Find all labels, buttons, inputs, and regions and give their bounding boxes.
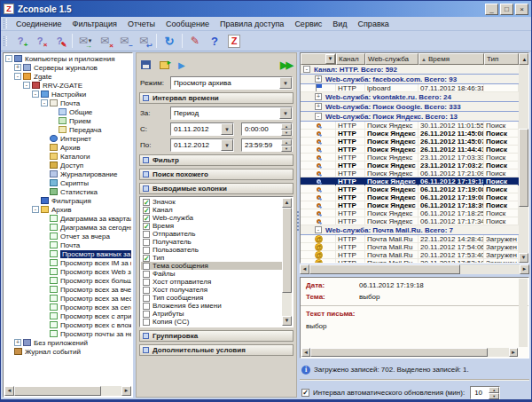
- scrollbar-thumb[interactable]: [14, 386, 101, 396]
- column-option[interactable]: Тема сообщения: [141, 262, 282, 270]
- message-print-button[interactable]: ✉−: [114, 33, 134, 50]
- scrollbar-thumb[interactable]: [519, 129, 528, 207]
- table-group-row[interactable]: -Канал: HTTP. Всего: 592: [301, 65, 519, 75]
- collapse-icon[interactable]: -: [315, 113, 322, 120]
- help-button[interactable]: ?: [205, 33, 224, 50]
- fast-forward-icon[interactable]: ▶▶: [280, 59, 292, 71]
- tree-item[interactable]: Фильтрация: [4, 196, 131, 205]
- tree-item[interactable]: Общие: [4, 107, 131, 116]
- expand-icon[interactable]: +: [14, 64, 21, 71]
- tree-item[interactable]: Диаграмма за сегодня: [4, 223, 131, 232]
- collapse-icon[interactable]: -: [32, 91, 39, 98]
- table-group-row[interactable]: +Web-служба: vkontakte.ru. Всего: 24: [301, 92, 519, 102]
- tree-item[interactable]: Просмотр всех за вчера: [4, 285, 131, 294]
- tree-item[interactable]: Каталоги: [4, 152, 131, 161]
- menu-view[interactable]: Вид: [327, 19, 352, 29]
- expand-icon[interactable]: +: [315, 75, 322, 83]
- collapse-icon[interactable]: -: [5, 55, 12, 62]
- collapse-icon[interactable]: -: [41, 99, 48, 106]
- checkbox-icon[interactable]: ✓: [143, 223, 150, 230]
- tree-item[interactable]: Просмотр всех больше 10 Мб: [4, 276, 131, 285]
- chevron-down-icon[interactable]: ▼: [221, 123, 233, 135]
- scrollbar-thumb[interactable]: [282, 208, 292, 293]
- table-row[interactable]: HTTPipboard07.11.2012 18:46:31: [301, 84, 519, 92]
- table-group-row[interactable]: +Web-служба: Поиск Google. Всего: 333: [301, 102, 519, 112]
- checkbox-icon[interactable]: [143, 231, 150, 238]
- column-option[interactable]: Тип сообщения: [141, 294, 282, 302]
- chevron-down-icon[interactable]: ▼: [279, 107, 292, 119]
- zgate-button[interactable]: Z: [224, 33, 244, 50]
- section-similar-search[interactable]: Поиск похожего: [139, 169, 293, 180]
- column-option[interactable]: Атрибуты: [141, 310, 282, 318]
- scroll-up-icon[interactable]: ▲: [522, 57, 528, 62]
- collapse-icon[interactable]: -: [315, 226, 322, 233]
- tree-item[interactable]: Статистика: [4, 187, 131, 196]
- section-grouping[interactable]: Группировка: [139, 330, 293, 342]
- scroll-left-icon[interactable]: ◄: [301, 348, 310, 357]
- tree-item[interactable]: Прием: [4, 116, 131, 125]
- table-vertical-scrollbar[interactable]: ▼: [519, 65, 528, 263]
- checkbox-icon[interactable]: [143, 247, 150, 254]
- from-time-spinner[interactable]: 0:00:00 ▲▼: [241, 122, 293, 136]
- column-option[interactable]: Хост получателя: [141, 286, 282, 294]
- mode-select[interactable]: Просмотр архива ▼: [170, 76, 293, 90]
- from-date-picker[interactable]: 01.11.2012 ▼: [170, 122, 234, 136]
- autorefresh-input[interactable]: 10 ▲▼: [470, 386, 500, 399]
- menu-connection[interactable]: Соединение: [11, 19, 67, 29]
- checkbox-icon[interactable]: [143, 263, 150, 270]
- columns-scrollbar[interactable]: ▲ ▼: [282, 198, 292, 326]
- column-option[interactable]: ✓Канал: [141, 206, 282, 214]
- table-group-row[interactable]: -Web-служба: Поиск Яндекс. Всего: 13: [301, 112, 519, 122]
- section-interval[interactable]: Интервал времени: [139, 92, 293, 104]
- column-option[interactable]: ✓Время: [141, 222, 282, 230]
- checkbox-icon[interactable]: [143, 295, 150, 302]
- tree-horizontal-scrollbar[interactable]: ◄ ►: [4, 386, 131, 396]
- tree-item[interactable]: Просмотр всех за сегодня: [4, 303, 131, 311]
- collapse-icon[interactable]: -: [303, 66, 310, 73]
- message-reply-button[interactable]: ✉↩: [134, 33, 153, 50]
- maximize-button[interactable]: □: [500, 4, 513, 15]
- tree-item[interactable]: Просмотр всех за месяц: [4, 294, 131, 303]
- tree-item[interactable]: Просмотр почты за неделю: [4, 329, 131, 338]
- message-delete-button[interactable]: ✉×: [95, 33, 114, 50]
- expand-icon[interactable]: +: [14, 339, 21, 346]
- menu-filtering[interactable]: Фильтрация: [67, 19, 122, 29]
- tree-item[interactable]: Просмотр всех Web за неделю: [4, 267, 131, 276]
- save-icon[interactable]: [141, 60, 151, 69]
- checkbox-icon[interactable]: ✓: [143, 255, 150, 262]
- table-group-row[interactable]: -Web-служба: Почта Mail.Ru. Всего: 7: [301, 225, 519, 235]
- spin-up-icon[interactable]: ▲: [281, 123, 292, 130]
- refresh-button[interactable]: ↻: [160, 33, 179, 50]
- section-columns[interactable]: Выводимые колонки: [139, 183, 293, 194]
- spin-up-icon[interactable]: ▲: [281, 139, 292, 146]
- tree-item[interactable]: Просмотр всех с вложениями з: [4, 320, 131, 329]
- column-option[interactable]: Отправитель: [141, 230, 282, 238]
- to-date-picker[interactable]: 01.12.2012 ▼: [170, 138, 234, 152]
- column-option[interactable]: Вложения без имени: [141, 302, 282, 310]
- minimize-button[interactable]: _: [485, 4, 498, 15]
- spinner-buttons[interactable]: ▲▼: [281, 139, 292, 151]
- to-time-spinner[interactable]: 23:59:59 ▲▼: [241, 138, 293, 152]
- tree-item[interactable]: Просмотр важных за сегодня: [4, 249, 131, 258]
- expand-icon[interactable]: +: [315, 93, 322, 100]
- spinner-buttons[interactable]: ▲▼: [281, 123, 292, 135]
- tree-item[interactable]: Журналирование: [4, 169, 131, 178]
- chevron-down-icon[interactable]: ▼: [279, 77, 292, 89]
- tree-item[interactable]: Журнал событий: [4, 347, 131, 356]
- tree-item[interactable]: Просмотр всех IM за неделю: [4, 258, 131, 267]
- scroll-right-icon[interactable]: ►: [520, 264, 529, 274]
- checkbox-icon[interactable]: ✓: [143, 199, 150, 206]
- tree-item[interactable]: +Без приложений: [4, 338, 131, 347]
- menu-help[interactable]: Справка: [353, 19, 395, 29]
- spin-down-icon[interactable]: ▼: [281, 130, 292, 136]
- scroll-right-icon[interactable]: ►: [121, 386, 131, 396]
- autorefresh-checkbox[interactable]: ✓: [301, 389, 309, 397]
- table-row[interactable]: @HTTPПочта Mail.Ru20.11.2012 17:53:18Заг…: [301, 259, 519, 263]
- collapse-icon[interactable]: -: [23, 82, 30, 89]
- checkbox-icon[interactable]: [143, 303, 150, 310]
- menu-reports[interactable]: Отчеты: [122, 19, 160, 29]
- tree-item[interactable]: Отчет за вчера: [4, 232, 131, 240]
- spin-down-icon[interactable]: ▼: [281, 146, 292, 152]
- checkbox-icon[interactable]: ✓: [143, 215, 150, 222]
- tree-item[interactable]: +Серверы журналов: [4, 63, 131, 72]
